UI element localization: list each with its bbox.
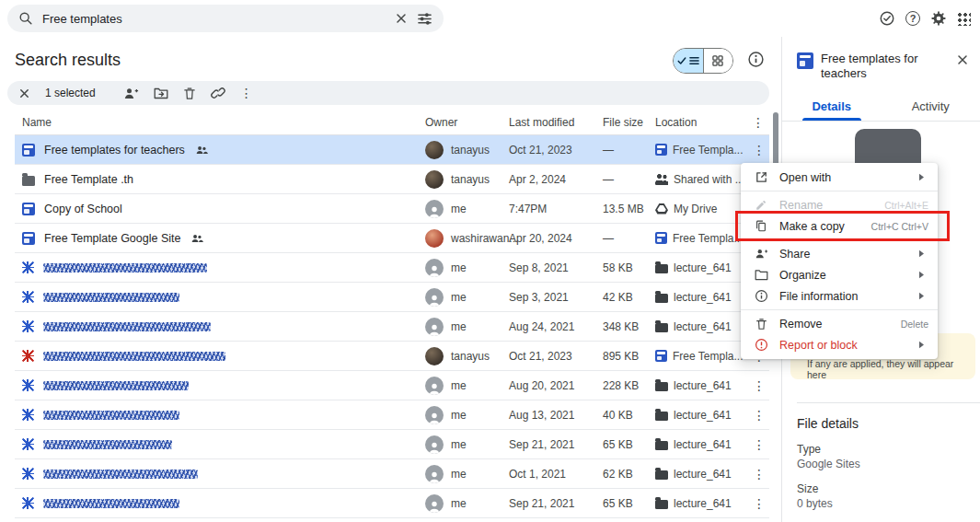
last-modified: Aug 13, 2021 <box>509 400 574 429</box>
search-options-icon[interactable] <box>417 11 432 27</box>
table-row[interactable]: Free templates for teachers tanayus Oct … <box>15 135 769 165</box>
row-more-button[interactable] <box>752 400 767 429</box>
menu-item-share[interactable]: Share <box>741 243 938 264</box>
file-name-cell <box>22 400 179 429</box>
column-options-icon[interactable]: ⋮ <box>752 110 765 134</box>
table-row[interactable]: tanayus Oct 21, 2023 895 KB Free Templa.… <box>15 342 769 371</box>
location-chip[interactable]: lecture_641 <box>655 489 732 517</box>
file-type-icon <box>22 320 34 332</box>
table-row[interactable]: me Sep 21, 2021 65 KB lecture_641 <box>15 430 769 459</box>
location-chip[interactable]: Free Templa... <box>655 342 743 370</box>
file-name: Free Template .th <box>44 173 133 186</box>
details-panel-tabs: Details Activity <box>782 92 980 122</box>
sites-file-icon <box>797 52 813 69</box>
move-folder-icon[interactable] <box>154 87 168 99</box>
clear-search-icon[interactable] <box>395 12 408 25</box>
page-title: Search results <box>15 51 121 70</box>
help-icon[interactable] <box>905 11 920 26</box>
menu-item-remove[interactable]: Remove Delete <box>741 313 938 334</box>
location-chip[interactable]: lecture_641 <box>655 400 732 429</box>
row-more-button[interactable] <box>752 489 767 517</box>
topbar <box>0 0 980 37</box>
close-panel-icon[interactable] <box>956 52 969 66</box>
file-type-icon <box>22 497 34 509</box>
table-row[interactable]: Free Template .th tanayus Apr 2, 2024 — … <box>15 165 769 194</box>
file-name <box>43 352 225 361</box>
location-name: My Drive <box>674 203 717 215</box>
details-panel-title: Free templates for teachers <box>821 52 939 81</box>
table-row[interactable]: me Aug 13, 2021 40 KB lecture_641 <box>15 400 769 430</box>
location-chip[interactable]: lecture_641 <box>655 283 732 311</box>
table-row[interactable]: me Oct 1, 2021 62 KB lecture_641 <box>15 459 769 489</box>
view-toggle <box>673 48 733 74</box>
tab-activity[interactable]: Activity <box>882 92 980 121</box>
location-chip[interactable]: Free Templa... <box>655 135 743 164</box>
trash-icon[interactable] <box>183 87 196 100</box>
owner-avatar <box>425 170 444 189</box>
column-name[interactable]: Name <box>22 110 52 134</box>
row-more-button[interactable] <box>752 430 767 458</box>
link-icon[interactable] <box>211 86 225 100</box>
file-size: 348 KB <box>603 312 639 341</box>
location-chip[interactable]: lecture_641 <box>655 459 732 488</box>
table-row[interactable]: me Aug 20, 2021 228 KB lecture_641 <box>15 371 769 400</box>
menu-item-make-a-copy[interactable]: Make a copy Ctrl+C Ctrl+V <box>741 215 938 237</box>
owner-cell: me <box>425 430 467 458</box>
location-chip[interactable]: lecture_641 <box>655 253 732 282</box>
location-chip[interactable]: Free Templa... <box>655 224 743 252</box>
column-location[interactable]: Location <box>655 110 697 134</box>
file-name <box>43 499 179 508</box>
menu-item-organize[interactable]: Organize <box>741 264 938 285</box>
location-chip[interactable]: lecture_641 <box>655 312 732 341</box>
menu-item-report-or-block[interactable]: Report or block <box>741 334 938 355</box>
file-type-icon <box>22 261 34 273</box>
file-name-cell <box>22 459 198 488</box>
column-owner[interactable]: Owner <box>425 110 457 134</box>
list-view-button[interactable] <box>674 49 703 73</box>
owner-cell: tanayus <box>425 135 490 164</box>
location-name: lecture_641 <box>674 320 732 333</box>
location-chip[interactable]: My Drive <box>655 194 717 223</box>
location-chip[interactable]: Shared with ... <box>655 165 744 193</box>
file-size: 13.5 MB <box>603 194 644 223</box>
share-person-add-icon[interactable] <box>123 87 139 100</box>
share-icon <box>754 247 768 261</box>
row-more-button[interactable] <box>752 371 767 400</box>
last-modified: Aug 24, 2021 <box>509 312 574 341</box>
row-more-button[interactable] <box>752 135 767 164</box>
file-name-cell <box>22 312 211 341</box>
table-row[interactable]: Copy of School me 7:47PM 13.5 MB My Driv… <box>15 194 769 224</box>
table-row[interactable]: me Sep 21, 2021 65 KB lecture_641 <box>15 489 769 518</box>
column-last-modified[interactable]: Last modified <box>509 110 574 134</box>
topbar-actions <box>879 0 971 37</box>
menu-item-open-with[interactable]: Open with <box>741 167 938 188</box>
more-actions-icon[interactable]: ⋮ <box>240 86 253 100</box>
table-row[interactable]: me Sep 3, 2021 42 KB lecture_641 <box>15 283 769 312</box>
table-row[interactable]: me Aug 24, 2021 348 KB lecture_641 <box>15 312 769 342</box>
details-info-button[interactable] <box>747 51 765 68</box>
grid-view-button[interactable] <box>703 49 733 73</box>
table-row[interactable]: Free Template Google Site washirawan... … <box>15 224 769 253</box>
menu-item-file-information[interactable]: File information <box>741 285 938 307</box>
search-bar[interactable] <box>7 5 444 32</box>
location-chip[interactable]: lecture_641 <box>655 430 732 458</box>
location-icon <box>655 500 668 509</box>
status-check-icon[interactable] <box>879 10 895 27</box>
apps-grid-icon[interactable] <box>957 12 971 26</box>
file-name <box>43 440 172 449</box>
owner-name: me <box>451 468 467 481</box>
search-input[interactable] <box>42 12 386 26</box>
file-size: 62 KB <box>603 459 633 488</box>
row-more-button[interactable] <box>752 459 767 488</box>
file-name-cell: Free Template Google Site <box>22 224 203 252</box>
column-file-size[interactable]: File size <box>603 110 643 134</box>
owner-cell: me <box>425 312 467 341</box>
clear-selection-icon[interactable] <box>18 87 30 99</box>
panel-divider <box>797 402 980 403</box>
tab-details[interactable]: Details <box>782 92 882 121</box>
settings-icon[interactable] <box>930 10 947 27</box>
table-row[interactable]: me Sep 8, 2021 58 KB lecture_641 <box>15 253 769 283</box>
copy-icon <box>754 219 768 234</box>
location-chip[interactable]: lecture_641 <box>655 371 732 400</box>
file-size: 65 KB <box>603 489 633 517</box>
